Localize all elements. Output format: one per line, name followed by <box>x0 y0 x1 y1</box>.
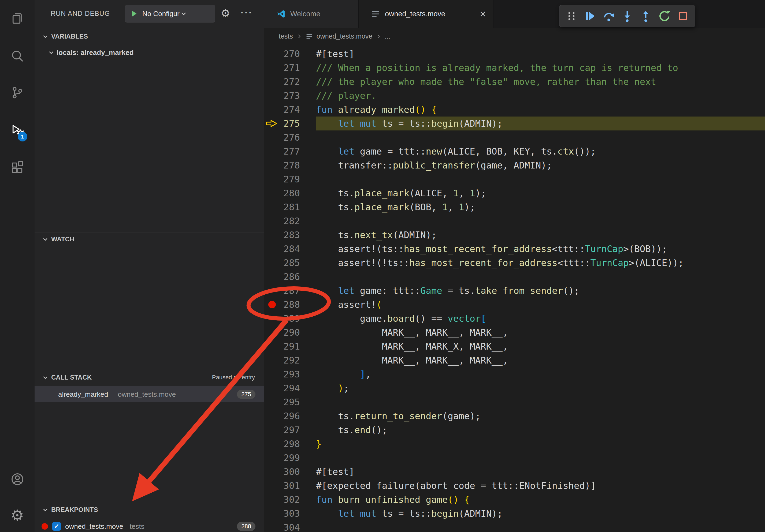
code-text[interactable] <box>316 270 765 284</box>
code-line[interactable]: 280 ts.place_mark(ALICE, 1, 1); <box>264 186 765 200</box>
line-number[interactable]: 304 <box>280 520 300 532</box>
line-number[interactable]: 273 <box>280 89 300 103</box>
line-number[interactable]: 279 <box>280 172 300 186</box>
line-number[interactable]: 283 <box>280 228 300 242</box>
breakpoints-section-header[interactable]: BREAKPOINTS <box>35 503 264 516</box>
code-text[interactable]: /// player. <box>316 89 765 103</box>
variables-section-header[interactable]: VARIABLES <box>35 30 264 43</box>
code-text[interactable]: assert!( <box>316 298 765 312</box>
line-number[interactable]: 293 <box>280 367 300 381</box>
code-text[interactable]: assert!(!ts::has_most_recent_for_address… <box>316 256 765 270</box>
gutter-glyph-margin[interactable] <box>264 270 280 284</box>
gutter-glyph-margin[interactable] <box>264 395 280 409</box>
code-text[interactable]: /// When a position is already marked, t… <box>316 61 765 75</box>
code-line[interactable]: 273/// player. <box>264 89 765 103</box>
code-line[interactable]: 291 MARK__, MARK_X, MARK__, <box>264 339 765 353</box>
code-text[interactable]: ts.return_to_sender(game); <box>316 409 765 423</box>
gutter-glyph-margin[interactable] <box>264 75 280 89</box>
gutter-glyph-margin[interactable] <box>264 284 280 298</box>
code-text[interactable]: } <box>316 437 765 451</box>
gutter-glyph-margin[interactable] <box>264 47 280 61</box>
code-text[interactable]: game.board() == vector[ <box>316 312 765 326</box>
code-text[interactable]: assert!(ts::has_most_recent_for_address<… <box>316 242 765 256</box>
code-text[interactable] <box>316 214 765 228</box>
line-number[interactable]: 303 <box>280 507 300 520</box>
code-text[interactable]: ], <box>316 367 765 381</box>
line-number[interactable]: 285 <box>280 256 300 270</box>
code-text[interactable]: #[test] <box>316 465 765 479</box>
gutter-glyph-margin[interactable] <box>264 131 280 144</box>
watch-section-header[interactable]: WATCH <box>35 232 264 245</box>
line-number[interactable]: 282 <box>280 214 300 228</box>
code-line[interactable]: 290 MARK__, MARK__, MARK__, <box>264 326 765 339</box>
gutter-glyph-margin[interactable] <box>264 339 280 353</box>
code-text[interactable] <box>316 172 765 186</box>
code-line[interactable]: 285 assert!(!ts::has_most_recent_for_add… <box>264 256 765 270</box>
breakpoint-checkbox[interactable]: ✓ <box>52 522 61 531</box>
code-text[interactable]: fun already_marked() { <box>316 103 765 117</box>
code-line[interactable]: 295 <box>264 395 765 409</box>
code-line[interactable]: 298} <box>264 437 765 451</box>
code-text[interactable]: transfer::public_transfer(game, ADMIN); <box>316 158 765 172</box>
code-text[interactable]: fun burn_unfinished_game() { <box>316 493 765 507</box>
gutter-glyph-margin[interactable] <box>264 200 280 214</box>
line-number[interactable]: 272 <box>280 75 300 89</box>
gutter-glyph-margin[interactable] <box>264 144 280 158</box>
code-line[interactable]: 270#[test] <box>264 47 765 61</box>
code-line[interactable]: 284 assert!(ts::has_most_recent_for_addr… <box>264 242 765 256</box>
gutter-glyph-margin[interactable] <box>264 326 280 339</box>
line-number[interactable]: 297 <box>280 423 300 437</box>
gutter-glyph-margin[interactable] <box>264 186 280 200</box>
gutter-glyph-margin[interactable] <box>264 367 280 381</box>
code-line[interactable]: 281 ts.place_mark(BOB, 1, 1); <box>264 200 765 214</box>
gutter-glyph-margin[interactable] <box>264 465 280 479</box>
more-actions-icon[interactable]: ⋯ <box>240 5 252 19</box>
line-number[interactable]: 292 <box>280 353 300 367</box>
gutter-glyph-margin[interactable] <box>264 89 280 103</box>
code-line[interactable]: 271/// When a position is already marked… <box>264 61 765 75</box>
gutter-glyph-margin[interactable] <box>264 117 280 131</box>
gutter-glyph-margin[interactable] <box>264 228 280 242</box>
code-text[interactable]: /// the player who made the "false" move… <box>316 75 765 89</box>
extensions-icon[interactable] <box>0 160 35 175</box>
code-line[interactable]: 292 MARK__, MARK__, MARK__, <box>264 353 765 367</box>
call-stack-section-header[interactable]: CALL STACK Paused on entry <box>35 371 264 384</box>
gutter-glyph-margin[interactable] <box>264 437 280 451</box>
code-line[interactable]: 301#[expected_failure(abort_code = ttt::… <box>264 479 765 493</box>
account-icon[interactable] <box>0 472 35 487</box>
code-line[interactable]: 294 ); <box>264 381 765 395</box>
line-number[interactable]: 294 <box>280 381 300 395</box>
debug-settings-gear-icon[interactable]: ⚙ <box>221 7 230 19</box>
line-number[interactable]: 280 <box>280 186 300 200</box>
code-line[interactable]: 293 ], <box>264 367 765 381</box>
settings-gear-icon[interactable]: ⚙ <box>0 508 35 523</box>
gutter-glyph-margin[interactable] <box>264 381 280 395</box>
breadcrumb-item-file[interactable]: owned_tests.move <box>317 32 372 40</box>
tab-welcome[interactable]: Welcome <box>264 0 359 28</box>
code-line[interactable]: 302fun burn_unfinished_game() { <box>264 493 765 507</box>
gutter-glyph-margin[interactable] <box>264 103 280 117</box>
gutter-glyph-margin[interactable] <box>264 451 280 465</box>
gutter-glyph-margin[interactable] <box>264 158 280 172</box>
code-text[interactable]: ts.place_mark(ALICE, 1, 1); <box>316 186 765 200</box>
close-tab-icon[interactable]: × <box>480 9 486 19</box>
gutter-glyph-margin[interactable] <box>264 214 280 228</box>
code-text[interactable]: ts.place_mark(BOB, 1, 1); <box>316 200 765 214</box>
line-number[interactable]: 287 <box>280 284 300 298</box>
step-over-button[interactable] <box>601 9 616 24</box>
code-text[interactable]: let game: ttt::Game = ts.take_from_sende… <box>316 284 765 298</box>
line-number[interactable]: 289 <box>280 312 300 326</box>
line-number[interactable]: 281 <box>280 200 300 214</box>
restart-button[interactable] <box>657 9 672 24</box>
line-number[interactable]: 274 <box>280 103 300 117</box>
code-text[interactable]: ); <box>316 381 765 395</box>
line-number[interactable]: 301 <box>280 479 300 493</box>
line-number[interactable]: 288 <box>280 298 300 312</box>
code-line[interactable]: 274fun already_marked() { <box>264 103 765 117</box>
search-icon[interactable] <box>0 49 35 64</box>
breadcrumb-item-more[interactable]: ... <box>384 32 390 40</box>
line-number[interactable]: 275 <box>280 117 300 131</box>
code-text[interactable]: let game = ttt::new(ALICE, BOB, KEY, ts.… <box>316 144 765 158</box>
line-number[interactable]: 278 <box>280 158 300 172</box>
gutter-glyph-margin[interactable] <box>264 298 280 312</box>
